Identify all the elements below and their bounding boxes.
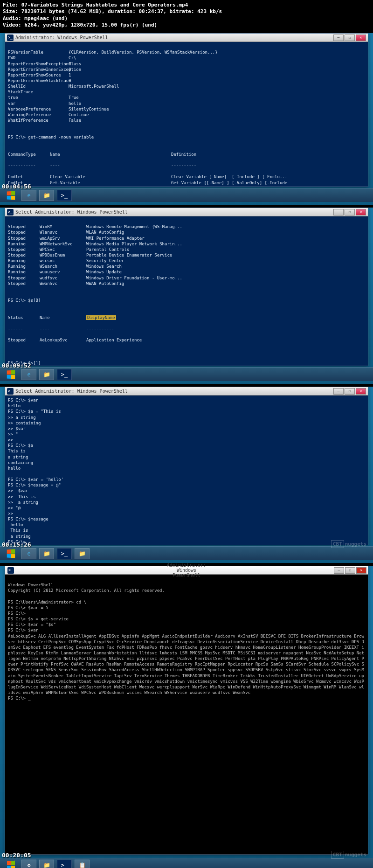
taskbar-powershell[interactable]: >_ bbox=[57, 548, 72, 559]
terminal-output[interactable]: PSVersionTable{CLRVersion, BuildVersion,… bbox=[5, 42, 368, 187]
taskbar-ie[interactable]: e bbox=[21, 548, 36, 559]
watermark: CBTnuggets bbox=[331, 541, 366, 547]
powershell-icon: >_ bbox=[7, 567, 14, 574]
video-timestamp: 00:09:52 bbox=[2, 362, 31, 369]
taskbar-ie[interactable]: e bbox=[21, 190, 36, 201]
minimize-button[interactable]: ─ bbox=[333, 209, 344, 215]
service-row: StoppedAeLookupSvcApplication Experience bbox=[8, 337, 365, 343]
minimize-button[interactable]: ─ bbox=[334, 567, 344, 574]
taskbar[interactable]: e 📁 >_ bbox=[0, 367, 373, 381]
command-line: PS C:\> get-command -noun variable bbox=[8, 134, 365, 140]
variable-row: ReportErrorShowInnerException0 bbox=[8, 67, 365, 72]
taskbar-item[interactable]: 📋 bbox=[75, 860, 90, 868]
taskbar-explorer[interactable]: 📁 bbox=[39, 860, 54, 868]
maximize-button[interactable]: ☐ bbox=[345, 567, 355, 574]
terminal-output[interactable]: Windows PowerShell Copyright (C) 2012 Mi… bbox=[5, 575, 368, 854]
variable-row: trueTrue bbox=[8, 95, 365, 100]
variable-row: ReportErrorShowStackTrace0 bbox=[8, 78, 365, 83]
titlebar[interactable]: >_ Administrator: Windows PowerShell ─ ☐… bbox=[5, 566, 368, 575]
powershell-icon: >_ bbox=[7, 35, 14, 41]
cmdlet-row: CmdletClear-VariableClear-Variable [-Nam… bbox=[8, 174, 365, 180]
taskbar-powershell[interactable]: >_ bbox=[57, 190, 72, 201]
variable-row: WhatIfPreferenceFalse bbox=[8, 118, 365, 123]
minimize-button[interactable]: ─ bbox=[333, 388, 344, 395]
powershell-window: >_ Administrator: Windows PowerShell ─ ☐… bbox=[5, 566, 368, 855]
maximize-button[interactable]: ☐ bbox=[345, 35, 355, 41]
service-row: RunningWSearchWindows Search bbox=[8, 264, 365, 269]
variable-row: ShellIdMicrosoft.PowerShell bbox=[8, 83, 365, 89]
service-row: StoppedWlansvcWLAN AutoConfig bbox=[8, 229, 365, 235]
watermark: CBTnuggets bbox=[331, 852, 366, 858]
taskbar-item[interactable]: ⚙ bbox=[21, 860, 36, 868]
variable-row: PWDC:\ bbox=[8, 55, 365, 61]
meta-file: File: 07-Variables Strings Hashtables an… bbox=[3, 2, 370, 8]
close-button[interactable]: ✕ bbox=[356, 209, 366, 215]
col-status: Status bbox=[8, 315, 40, 320]
taskbar-powershell[interactable]: >_ bbox=[57, 369, 72, 380]
cmdlet-row: CmdletGet-VariableGet-Variable [[-Name] … bbox=[8, 180, 365, 186]
variable-row: ReportErrorShowExceptionClass0 bbox=[8, 61, 365, 67]
window-title: Select Administrator: Windows PowerShell bbox=[15, 209, 333, 215]
titlebar[interactable]: >_ Select Administrator: Windows PowerSh… bbox=[5, 208, 368, 216]
service-row: StoppedWPCSvcParental Controls bbox=[8, 247, 365, 252]
titlebar[interactable]: >_ Select Administrator: Windows PowerSh… bbox=[5, 387, 368, 396]
taskbar[interactable]: ⚙ 📁 >_ 📋 bbox=[0, 858, 373, 868]
cmdlet-row: CmdletNew-VariableNew-Variable [-Name] [… bbox=[8, 186, 365, 187]
command-line: PS C:\> $s[0] bbox=[8, 298, 365, 303]
taskbar-ie[interactable]: e bbox=[21, 369, 36, 380]
screenshot-4: >_ Administrator: Windows PowerShell ─ ☐… bbox=[0, 566, 373, 868]
variable-row: StackTrace bbox=[8, 89, 365, 95]
titlebar[interactable]: >_ Administrator: Windows PowerShell ─ ☐… bbox=[5, 34, 368, 42]
terminal-body: PS C:\> $var hello PS C:\> $a = "This is… bbox=[8, 398, 63, 544]
meta-audio: Audio: mpeg4aac (und) bbox=[3, 15, 370, 22]
service-row: StoppedWPDBusEnumPortable Device Enumera… bbox=[8, 252, 365, 258]
maximize-button[interactable]: ☐ bbox=[345, 388, 355, 395]
minimize-button[interactable]: ─ bbox=[333, 35, 344, 41]
start-button[interactable] bbox=[3, 548, 19, 560]
service-row: RunningWMPNetworkSvcWindows Media Player… bbox=[8, 241, 365, 247]
meta-video: Video: h264, yuv420p, 1280x720, 15.00 fp… bbox=[3, 22, 370, 28]
start-button[interactable] bbox=[3, 189, 19, 201]
variable-row: VerbosePreferenceSilentlyContinue bbox=[8, 106, 365, 112]
window-buttons: ─ ☐ ✕ bbox=[333, 209, 366, 215]
taskbar-explorer[interactable]: 📁 bbox=[39, 369, 54, 380]
variable-row: ReportErrorShowSource1 bbox=[8, 72, 365, 78]
powershell-icon: >_ bbox=[7, 209, 14, 215]
close-button[interactable]: ✕ bbox=[356, 35, 366, 41]
screenshot-1: >_ Administrator: Windows PowerShell ─ ☐… bbox=[0, 33, 373, 205]
window-title: Administrator: Windows PowerShell bbox=[15, 35, 333, 40]
command-line: PS C:\> $s[1] bbox=[8, 360, 365, 366]
service-row: StoppedWwanSvcWWAN AutoConfig bbox=[8, 281, 365, 286]
video-metadata: File: 07-Variables Strings Hashtables an… bbox=[0, 0, 373, 30]
close-button[interactable]: ✕ bbox=[356, 567, 366, 574]
service-row: StoppedwmiApSrvWMI Performance Adapter bbox=[8, 236, 365, 241]
meta-size: Size: 78239714 bytes (74.62 MiB), durati… bbox=[3, 8, 370, 15]
taskbar[interactable]: e 📁 >_ bbox=[0, 188, 373, 202]
taskbar-explorer[interactable]: 📁 bbox=[39, 190, 54, 201]
close-button[interactable]: ✕ bbox=[356, 388, 366, 395]
start-button[interactable] bbox=[3, 368, 19, 381]
maximize-button[interactable]: ☐ bbox=[345, 209, 355, 215]
terminal-output[interactable]: PS C:\> $var hello PS C:\> $a = "This is… bbox=[5, 396, 368, 545]
terminal-output[interactable]: StoppedWinRMWindows Remote Management (W… bbox=[5, 216, 368, 366]
col-name: Name bbox=[50, 152, 171, 157]
window-buttons: ─ ☐ ✕ bbox=[333, 35, 366, 41]
service-row: RunningwuauservWindows Update bbox=[8, 269, 365, 275]
window-title: Administrator: Windows PowerShell bbox=[167, 562, 206, 578]
window-buttons: ─ ☐ ✕ bbox=[334, 567, 366, 574]
taskbar[interactable]: e 📁 >_ 📁 bbox=[0, 546, 373, 560]
screenshot-2: >_ Select Administrator: Windows PowerSh… bbox=[0, 208, 373, 384]
prompt: PS C:\> _ bbox=[8, 696, 31, 701]
powershell-window: >_ Select Administrator: Windows PowerSh… bbox=[5, 387, 368, 545]
video-timestamp: 00:15:26 bbox=[2, 541, 31, 548]
start-button[interactable] bbox=[3, 859, 19, 868]
service-row: StoppedwudfsvcWindows Driver Foundation … bbox=[8, 275, 365, 281]
variable-row: varhello bbox=[8, 101, 365, 106]
taskbar-explorer[interactable]: 📁 bbox=[39, 548, 54, 559]
taskbar-item[interactable]: 📁 bbox=[75, 548, 90, 559]
variable-row: WarningPreferenceContinue bbox=[8, 112, 365, 118]
variable-row: PSVersionTable{CLRVersion, BuildVersion,… bbox=[8, 49, 365, 55]
taskbar-powershell[interactable]: >_ bbox=[57, 860, 72, 868]
screenshot-3: >_ Select Administrator: Windows PowerSh… bbox=[0, 387, 373, 563]
powershell-window: >_ Select Administrator: Windows PowerSh… bbox=[5, 208, 368, 366]
